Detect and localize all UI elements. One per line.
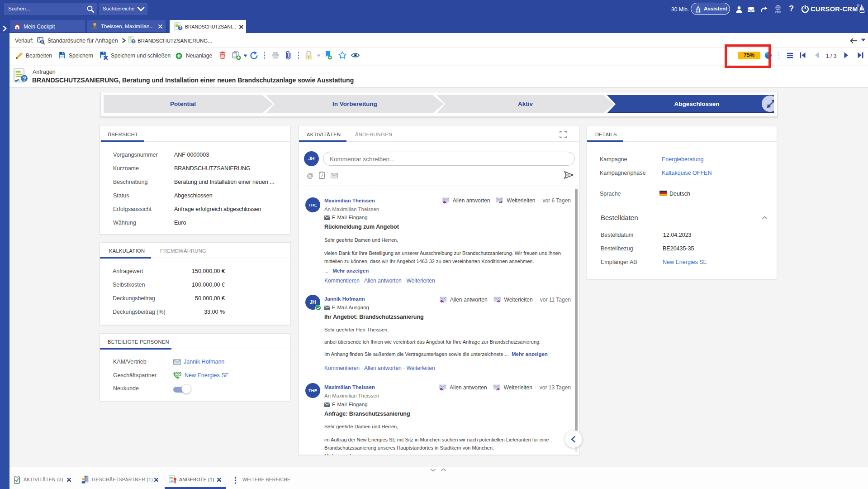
svg-text:?: ? <box>179 25 181 30</box>
svg-text:?: ? <box>22 75 26 82</box>
svg-text:?: ? <box>133 39 135 43</box>
svg-text:CRO: CRO <box>775 11 781 14</box>
